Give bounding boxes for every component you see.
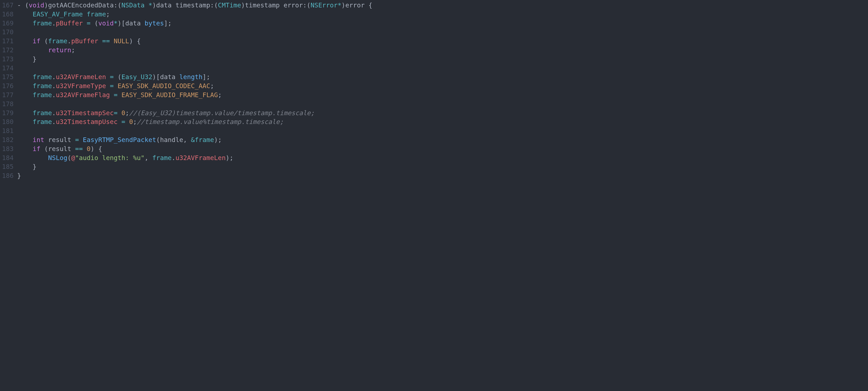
code-token: NSError: [311, 1, 338, 9]
code-token: result: [44, 136, 75, 143]
code-line[interactable]: [17, 126, 868, 135]
code-token: u32VFrameType: [56, 82, 106, 90]
code-line[interactable]: frame.u32TimestampSec= 0;//(Easy_U32)tim…: [17, 108, 868, 118]
code-token: 0: [87, 145, 91, 153]
code-area[interactable]: - (void)gotAACEncodedData:(NSData *)data…: [17, 0, 868, 391]
code-token: ;: [71, 46, 75, 54]
code-token: u32TimestampUsec: [56, 118, 117, 126]
code-token: ;: [218, 91, 222, 99]
code-token: @: [71, 154, 75, 162]
line-number: 178: [2, 100, 13, 108]
code-token: ,: [145, 154, 153, 162]
code-token: [118, 109, 121, 117]
code-token: =: [114, 91, 117, 99]
code-line[interactable]: [17, 64, 868, 73]
code-token: [110, 37, 114, 45]
line-number: 184: [2, 154, 13, 162]
code-token: (: [114, 73, 121, 81]
code-line[interactable]: NSLog(@"audio length: %u", frame.u32AVFr…: [17, 154, 868, 162]
code-token: .: [172, 154, 175, 162]
code-token: ;: [125, 109, 129, 117]
line-number: 170: [2, 28, 13, 37]
code-token: Easy_U32: [121, 73, 152, 81]
code-line[interactable]: if (frame.pBuffer == NULL) {: [17, 37, 868, 46]
code-token: [17, 37, 33, 45]
code-token: [17, 20, 33, 27]
code-token: length: [179, 73, 203, 81]
code-token: void: [98, 20, 114, 27]
code-token: )gotAACEncodedData:(: [44, 1, 121, 9]
code-line[interactable]: frame.u32TimestampUsec = 0;//timestamp.v…: [17, 118, 868, 126]
code-token: .: [52, 109, 56, 117]
code-line[interactable]: [17, 28, 868, 37]
line-number: 171: [2, 37, 13, 46]
code-token: u32AVFrameFlag: [56, 91, 110, 99]
code-token: frame: [195, 136, 214, 143]
code-line[interactable]: return;: [17, 46, 868, 55]
code-token: u32TimestampSec: [56, 109, 114, 117]
code-token: );: [226, 154, 234, 162]
code-token: frame: [33, 20, 52, 27]
code-token: .: [52, 73, 56, 81]
code-token: frame: [33, 109, 52, 117]
code-token: "audio length: %u": [75, 154, 145, 162]
code-line[interactable]: frame.pBuffer = (void*)[data bytes];: [17, 19, 868, 28]
line-number: 168: [2, 10, 13, 19]
code-line[interactable]: EASY_AV_Frame frame;: [17, 10, 868, 19]
code-editor[interactable]: 1671681691701711721731741751761771781791…: [0, 0, 868, 391]
line-number: 167: [2, 1, 13, 10]
code-token: if: [33, 145, 40, 153]
code-token: ;: [106, 10, 110, 18]
code-line[interactable]: if (result == 0) {: [17, 144, 868, 154]
code-token: .: [67, 37, 71, 45]
code-token: )error {: [341, 1, 372, 9]
code-line[interactable]: frame.u32VFrameType = EASY_SDK_AUDIO_COD…: [17, 82, 868, 91]
code-token: frame: [48, 37, 67, 45]
line-number-gutter: 1671681691701711721731741751761771781791…: [0, 0, 17, 391]
code-line[interactable]: [17, 100, 868, 108]
code-token: return: [48, 46, 71, 54]
code-token: 0: [121, 109, 125, 117]
code-token: bytes: [145, 20, 164, 27]
line-number: 183: [2, 144, 13, 154]
code-token: pBuffer: [56, 20, 83, 27]
code-token: //timestamp.value%timestamp.timescale;: [137, 118, 283, 126]
code-token: (: [67, 154, 71, 162]
code-token: NSLog: [48, 154, 67, 162]
code-token: [17, 145, 33, 153]
code-line[interactable]: int result = EasyRTMP_SendPacket(handle,…: [17, 135, 868, 144]
code-token: *: [149, 1, 152, 9]
code-token: [83, 10, 87, 18]
code-token: }: [17, 55, 36, 63]
line-number: 182: [2, 135, 13, 144]
code-token: (result: [40, 145, 75, 153]
line-number: 175: [2, 72, 13, 82]
code-line[interactable]: }: [17, 55, 868, 64]
code-line[interactable]: }: [17, 162, 868, 171]
code-token: u32AVFrameLen: [176, 154, 226, 162]
code-line[interactable]: frame.u32AVFrameLen = (Easy_U32)[data le…: [17, 72, 868, 82]
code-token: EASY_AV_Frame: [33, 10, 83, 18]
code-token: [17, 91, 33, 99]
code-token: )timestamp error:(: [241, 1, 311, 9]
line-number: 180: [2, 118, 13, 126]
code-line[interactable]: frame.u32AVFrameFlag = EASY_SDK_AUDIO_FR…: [17, 91, 868, 100]
code-token: ];: [164, 20, 172, 27]
code-token: [106, 82, 110, 90]
code-token: }: [17, 172, 21, 180]
code-token: [17, 46, 48, 54]
code-line[interactable]: - (void)gotAACEncodedData:(NSData *)data…: [17, 1, 868, 10]
code-token: frame: [33, 91, 52, 99]
code-token: )data timestamp:(: [152, 1, 218, 9]
line-number: 174: [2, 64, 13, 73]
line-number: 172: [2, 46, 13, 55]
code-line[interactable]: }: [17, 171, 868, 180]
code-token: int: [33, 136, 44, 143]
code-token: =: [121, 118, 125, 126]
code-token: .: [52, 91, 56, 99]
line-number: 177: [2, 91, 13, 100]
code-token: ];: [203, 73, 210, 81]
code-token: .: [52, 82, 56, 90]
code-token: EASY_SDK_AUDIO_CODEC_AAC: [118, 82, 210, 90]
code-token: )[data: [118, 20, 145, 27]
